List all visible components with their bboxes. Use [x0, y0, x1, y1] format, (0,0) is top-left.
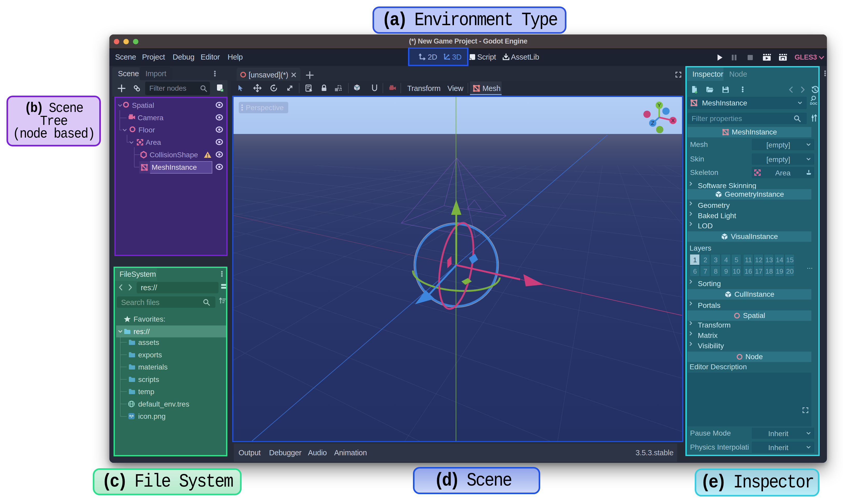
svg-text:DOC: DOC — [810, 102, 818, 106]
svg-text:Z: Z — [651, 120, 654, 126]
svg-text:Perspective: Perspective — [246, 104, 284, 112]
svg-text:X: X — [671, 118, 675, 123]
svg-text:Y: Y — [658, 102, 661, 108]
